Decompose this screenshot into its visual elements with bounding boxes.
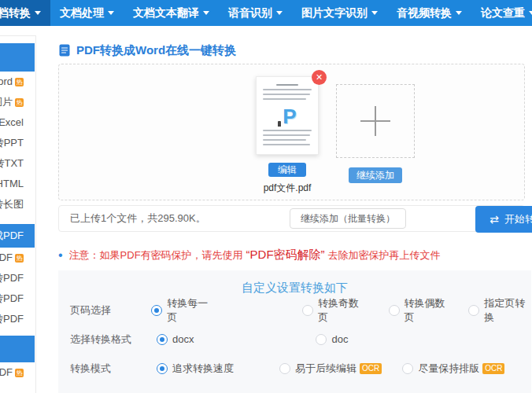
radio-icon (157, 363, 168, 374)
sidebar-item-pdf-to-longimage[interactable]: PDF转长图 (0, 194, 35, 215)
add-file-tile-wrap: 继续添加 (336, 76, 415, 183)
hot-badge: 热 (15, 78, 24, 86)
sidebar-item-image-to-pdf[interactable]: 图片转PDF (0, 288, 35, 309)
remove-file-icon[interactable]: ✕ (312, 70, 327, 85)
sidebar-item-label: PDF转图片 (0, 95, 13, 109)
main-content: PDF转换成Word在线一键转换 P ✕ 编辑 pdf文件.pdf (35, 26, 532, 393)
row-page-selection: 页码选择 转换每一页 转换奇数页 转换偶数页 指定页转换 (58, 296, 531, 325)
sidebar-item-pdf-to-ppt[interactable]: PDF转PPT (0, 133, 35, 153)
nav-item-label: 文档处理 (60, 6, 104, 20)
sidebar-item-label: PDF转PPT (0, 136, 24, 150)
swap-arrows-icon: ⇄ (490, 213, 499, 226)
sidebar-item-label: 压缩PDF (0, 365, 13, 380)
pdf-logo: P (263, 103, 312, 127)
sidebar-item-label: Excel转PDF (0, 271, 24, 285)
hot-badge: 热 (15, 369, 24, 377)
ocr-badge: OCR (482, 363, 504, 374)
add-more-button[interactable]: 继续添加 (349, 167, 402, 183)
row-label: 选择转换格式 (70, 332, 157, 347)
edit-file-button[interactable]: 编辑 (268, 163, 306, 177)
sidebar-group-pdf-tools[interactable]: PDF文档处理 (0, 336, 35, 362)
sidebar-item-label: Word转PDF (0, 251, 13, 265)
chevron-down-icon (276, 11, 283, 15)
nav-item-label: 音视频转换 (397, 6, 452, 20)
sidebar-inner: PDF在线转换 PDF转Word 热 PDF转图片 热 PDF转Excel PD… (0, 43, 35, 383)
radio-convert-even-pages[interactable]: 转换偶数页 (389, 296, 452, 325)
add-file-tile[interactable] (336, 84, 415, 158)
radio-icon (389, 305, 400, 316)
nav-item-doc-process[interactable]: 文档处理 (50, 0, 124, 26)
radio-convert-every-page[interactable]: 转换每一页 (151, 296, 214, 325)
radio-convert-odd-pages[interactable]: 转换奇数页 (302, 296, 365, 325)
option-label: 尽量保持排版 (418, 362, 479, 376)
row-output-format: 选择转换格式 docx doc (58, 325, 531, 354)
row-label: 转换模式 (70, 362, 157, 376)
option-label: 转换奇数页 (318, 296, 365, 325)
radio-icon (316, 334, 327, 345)
upload-dropzone[interactable]: P ✕ 编辑 pdf文件.pdf 继续添加 (58, 64, 525, 200)
radio-mode-speed[interactable]: 追求转换速度 (157, 362, 234, 376)
nav-item-label: 文档文本翻译 (133, 6, 199, 20)
file-name: pdf文件.pdf (254, 182, 320, 195)
radio-format-docx[interactable]: docx (157, 333, 194, 345)
sidebar-item-label: PDF转Word (0, 75, 13, 89)
sidebar-item-pdf-to-txt[interactable]: PDF转TXT (0, 153, 35, 174)
nav-item-doc-translate[interactable]: 文档文本翻译 (124, 0, 219, 26)
nav-item-label: 图片文字识别 (301, 6, 368, 20)
sidebar-item-pdf-to-excel[interactable]: PDF转Excel (0, 112, 35, 133)
row-label: 页码选择 (70, 303, 151, 318)
nav-item-label: 文档转换 (0, 6, 31, 20)
sidebar-item-label: PDF转HTML (0, 177, 24, 191)
sidebar-item-pdf-to-image[interactable]: PDF转图片 热 (0, 92, 35, 112)
sidebar-item-label: PDF转长图 (0, 197, 24, 211)
chevron-down-icon (371, 11, 378, 15)
nav-item-label: 语音识别 (228, 6, 272, 20)
sidebar-item-pdf-to-word[interactable]: PDF转Word 热 (0, 72, 35, 92)
nav-item-label: 论文查重 (481, 6, 525, 20)
radio-icon (402, 363, 413, 374)
top-nav-items: 文档转换 文档处理 文档文本翻译 语音识别 图片文字识别 音视频转换 论文查重 (0, 0, 532, 26)
option-label: 转换偶数页 (405, 296, 452, 325)
pdf-password-remove-link[interactable]: “PDF密码解除” (246, 248, 325, 263)
sidebar-item-label: PDF转TXT (0, 156, 24, 171)
bullet-dot-icon: • (58, 250, 63, 260)
settings-panel: 自定义设置转换如下 页码选择 转换每一页 转换奇数页 转换偶数页 指定页转换 (58, 270, 531, 393)
chevron-down-icon (35, 11, 41, 15)
nav-item-av-convert[interactable]: 音视频转换 (387, 0, 471, 26)
nav-item-image-ocr[interactable]: 图片文字识别 (292, 0, 387, 26)
radio-mode-editable[interactable]: 易于后续编辑 OCR (279, 362, 382, 376)
sidebar-item-label: PDF转Excel (0, 116, 24, 130)
radio-convert-specified-pages[interactable]: 指定页转换 (468, 296, 531, 325)
radio-icon (151, 305, 162, 316)
nav-item-speech-recognition[interactable]: 语音识别 (219, 0, 292, 26)
nav-item-doc-convert[interactable]: 文档转换 (0, 0, 50, 26)
option-label: 易于后续编辑 (295, 362, 357, 376)
option-label: docx (172, 333, 194, 345)
option-label: doc (331, 333, 348, 345)
sidebar-group-to-pdf[interactable]: 转成PDF (0, 224, 35, 248)
sidebar-group-pdf-convert[interactable]: PDF在线转换 (0, 43, 35, 72)
start-convert-label: 开始转换 (504, 212, 532, 226)
pdf-thumbnail: P ✕ (256, 76, 319, 155)
nav-item-paper-check[interactable]: 论文查重 (471, 0, 532, 26)
chevron-down-icon (203, 11, 209, 15)
top-nav: 文档转换 文档处理 文档文本翻译 语音识别 图片文字识别 音视频转换 论文查重 (0, 0, 532, 26)
option-label: 追求转换速度 (172, 362, 234, 376)
hot-badge: 热 (15, 98, 24, 107)
radio-mode-keep-layout[interactable]: 尽量保持排版 OCR (402, 362, 504, 376)
radio-format-doc[interactable]: doc (316, 333, 348, 345)
batch-add-button[interactable]: 继续添加（批量转换） (290, 208, 406, 229)
chevron-down-icon (529, 11, 532, 15)
start-convert-button[interactable]: ⇄ 开始转换 (475, 206, 532, 233)
sidebar-item-txt-to-pdf[interactable]: TXT转PDF (0, 309, 35, 329)
option-label: 转换每一页 (167, 296, 214, 325)
sidebar-item-pdf-to-html[interactable]: PDF转HTML (0, 174, 35, 194)
radio-icon (157, 334, 168, 345)
radio-icon (279, 363, 290, 374)
sidebar-item-compress-pdf[interactable]: 压缩PDF 热 (0, 362, 35, 383)
radio-icon (468, 305, 479, 316)
sidebar-item-excel-to-pdf[interactable]: Excel转PDF (0, 268, 35, 288)
page-title-text: PDF转换成Word在线一键转换 (76, 43, 236, 58)
sidebar-item-word-to-pdf[interactable]: Word转PDF 热 (0, 248, 35, 268)
upload-status-text: 已上传1个文件，共295.90K。 (70, 211, 290, 226)
